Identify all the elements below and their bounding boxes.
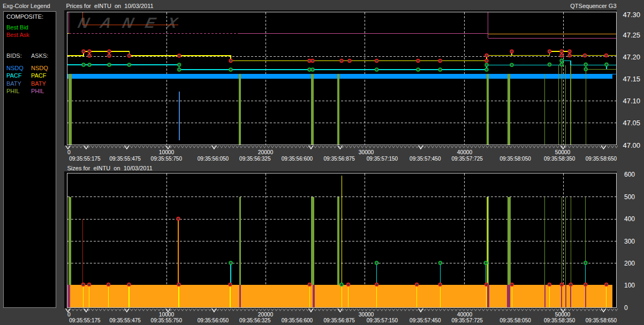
- svg-text:BATY: BATY: [31, 80, 47, 87]
- svg-text:10000: 10000: [159, 312, 175, 318]
- svg-text:400: 400: [624, 215, 635, 223]
- svg-text:09:35:57:725: 09:35:57:725: [452, 156, 483, 162]
- svg-text:PACF: PACF: [31, 72, 47, 79]
- svg-text:09:35:56:600: 09:35:56:600: [282, 156, 313, 162]
- svg-text:10000: 10000: [159, 149, 175, 155]
- svg-text:09:35:55:175: 09:35:55:175: [69, 318, 101, 323]
- svg-text:47.00: 47.00: [623, 141, 641, 149]
- svg-text:NSDQ: NSDQ: [6, 65, 24, 71]
- svg-text:09:35:55:475: 09:35:55:475: [110, 318, 141, 323]
- svg-text:09:35:58:350: 09:35:58:350: [544, 318, 575, 323]
- svg-text:Sizes for eINTU on 10/03/20: Sizes for eINTU on 10/03/2011: [67, 165, 153, 171]
- svg-text:09:35:58:050: 09:35:58:050: [499, 156, 531, 162]
- svg-text:09:35:55:175: 09:35:55:175: [69, 156, 101, 162]
- svg-text:PACF: PACF: [6, 72, 22, 79]
- svg-text:200: 200: [624, 260, 635, 267]
- svg-text:09:35:57:450: 09:35:57:450: [410, 318, 441, 323]
- svg-text:300: 300: [624, 238, 635, 245]
- svg-text:PHIL: PHIL: [31, 88, 44, 94]
- svg-text:47.15: 47.15: [623, 75, 641, 83]
- svg-text:47.30: 47.30: [623, 11, 641, 19]
- svg-text:50000: 50000: [555, 149, 571, 155]
- svg-text:PHIL: PHIL: [6, 88, 19, 94]
- svg-text:09:35:57:150: 09:35:57:150: [367, 318, 398, 323]
- svg-text:600: 600: [624, 171, 635, 178]
- svg-text:0: 0: [624, 304, 628, 312]
- svg-text:40000: 40000: [457, 149, 473, 155]
- svg-text:0: 0: [67, 312, 71, 318]
- svg-text:QTSequencer G3: QTSequencer G3: [570, 3, 616, 9]
- svg-text:09:35:58:650: 09:35:58:650: [586, 318, 617, 323]
- svg-text:47.10: 47.10: [623, 97, 641, 105]
- svg-text:09:35:56:875: 09:35:56:875: [324, 318, 355, 323]
- svg-text:09:35:57:725: 09:35:57:725: [452, 318, 483, 323]
- svg-text:47.20: 47.20: [623, 53, 641, 61]
- svg-text:09:35:56:050: 09:35:56:050: [198, 156, 229, 162]
- svg-text:N A N E X: N A N E X: [77, 14, 184, 31]
- svg-text:100: 100: [624, 282, 635, 289]
- svg-text:NSDQ: NSDQ: [31, 65, 48, 71]
- svg-text:0: 0: [67, 149, 71, 155]
- svg-text:20000: 20000: [258, 149, 274, 155]
- svg-text:09:35:57:150: 09:35:57:150: [367, 156, 398, 162]
- svg-text:09:35:58:350: 09:35:58:350: [544, 156, 575, 162]
- svg-text:Exg-Color Legend: Exg-Color Legend: [3, 3, 50, 9]
- svg-text:47.05: 47.05: [623, 119, 641, 127]
- svg-text:09:35:58:650: 09:35:58:650: [586, 156, 617, 162]
- svg-text:40000: 40000: [457, 312, 473, 318]
- svg-text:30000: 30000: [359, 312, 374, 318]
- svg-text:09:35:58:050: 09:35:58:050: [499, 318, 531, 323]
- svg-text:09:35:55:750: 09:35:55:750: [151, 318, 183, 323]
- svg-text:09:35:57:450: 09:35:57:450: [410, 156, 441, 162]
- svg-text:Prices for eINTU on 10/03/2: Prices for eINTU on 10/03/2011: [66, 3, 154, 9]
- svg-text:BATY: BATY: [6, 80, 22, 87]
- svg-text:500: 500: [624, 193, 635, 201]
- svg-text:09:35:55:475: 09:35:55:475: [110, 156, 141, 162]
- svg-text:09:35:56:325: 09:35:56:325: [239, 318, 271, 323]
- svg-text:Best Ask: Best Ask: [6, 32, 29, 38]
- svg-text:COMPOSITE:: COMPOSITE:: [6, 13, 43, 20]
- svg-text:30000: 30000: [359, 149, 374, 155]
- svg-text:09:35:56:875: 09:35:56:875: [324, 156, 355, 162]
- svg-text:09:35:56:600: 09:35:56:600: [282, 318, 313, 323]
- svg-text:Best Bid: Best Bid: [6, 24, 28, 31]
- svg-text:20000: 20000: [258, 312, 274, 318]
- svg-text:BIDS:: BIDS:: [6, 52, 22, 59]
- svg-text:09:35:56:325: 09:35:56:325: [239, 156, 271, 162]
- svg-text:47.25: 47.25: [623, 31, 641, 39]
- svg-text:09:35:56:050: 09:35:56:050: [198, 318, 229, 323]
- svg-text:ASKS:: ASKS:: [31, 52, 48, 59]
- svg-text:50000: 50000: [555, 312, 571, 318]
- svg-text:09:35:55:750: 09:35:55:750: [151, 156, 183, 162]
